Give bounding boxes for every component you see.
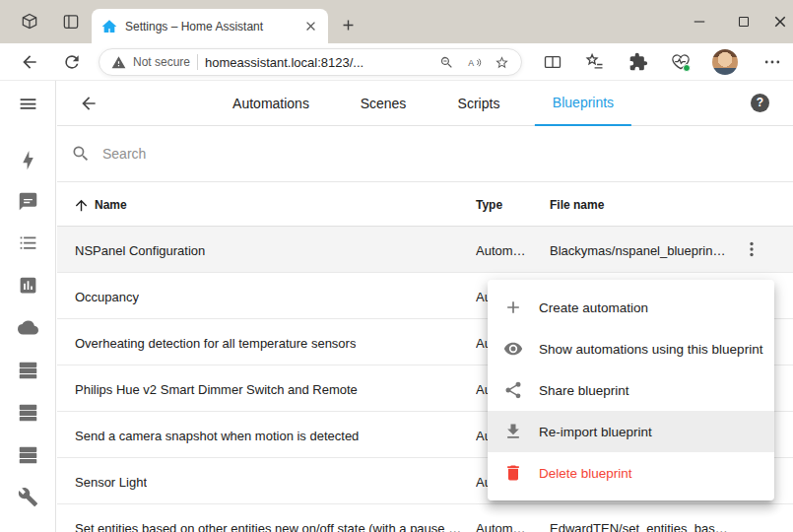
tab-blueprints[interactable]: Blueprints [535,81,631,126]
table-header: Name Type File name [57,181,793,227]
svg-text:A: A [468,57,474,67]
plus-icon [503,298,523,317]
tab-actions-icon[interactable] [61,12,81,32]
new-tab-icon[interactable] [340,17,357,33]
cloud-icon[interactable] [18,317,38,338]
menu-item-label: Show automations using this blueprint [539,342,762,357]
search-icon [71,144,91,164]
menu-item-label: Delete blueprint [539,466,632,481]
tab-close-icon[interactable] [303,19,318,33]
share-icon [503,380,523,400]
search-input[interactable] [102,146,496,162]
extensions-icon[interactable] [628,52,648,72]
row-name: Send a camera snapshot when motion is de… [75,429,359,443]
minimize-icon[interactable] [691,13,708,31]
row-name: Overheating detection for all temperatur… [75,336,356,351]
browser-tab[interactable]: Settings – Home Assistant [92,9,328,43]
menu-item-delete-blueprint[interactable]: Delete blueprint [488,452,774,494]
sort-arrow-icon[interactable] [73,197,90,214]
profile-avatar[interactable] [712,49,738,75]
warning-icon[interactable] [111,55,126,70]
star-icon[interactable] [495,55,509,70]
menu-item-reimport-blueprint[interactable]: Re-import blueprint [488,411,774,452]
split-screen-icon[interactable] [543,52,562,72]
ha-sidebar [0,81,56,532]
favorites-icon[interactable] [585,52,605,72]
menu-icon[interactable] [18,94,38,114]
blueprint-context-menu: Create automation Show automations using… [488,280,774,500]
read-aloud-icon[interactable]: A [467,55,482,70]
column-header-type[interactable]: Type [476,198,502,212]
row-overflow-menu-icon[interactable] [741,238,762,260]
trash-icon [503,463,523,483]
workspaces-icon[interactable] [20,12,39,32]
server-icon[interactable] [18,360,38,380]
essentials-status-dot [683,64,691,72]
ha-back-icon[interactable] [79,94,99,113]
row-name: Philips Hue v2 Smart Dimmer Switch and R… [75,382,358,397]
tab-title: Settings – Home Assistant [125,20,296,33]
menu-item-label: Share blueprint [539,383,629,398]
more-menu-icon[interactable] [762,52,782,72]
tools-icon[interactable] [18,487,38,507]
address-bar[interactable]: Not secure homeassistant.local:8123/... … [99,48,522,76]
menu-item-share-blueprint[interactable]: Share blueprint [488,369,774,411]
menu-item-show-automations[interactable]: Show automations using this blueprint [488,328,774,369]
maximize-icon[interactable] [735,13,753,31]
table-row[interactable]: Set entities based on other entities new… [57,504,793,532]
row-file: Blackymas/nspanel_blueprin… [550,243,737,258]
row-name: NSPanel Configuration [75,243,205,258]
eye-icon [503,339,523,359]
home-assistant-favicon [101,19,117,34]
tab-scenes[interactable]: Scenes [343,81,425,126]
row-type: Autom… [476,521,537,532]
back-icon[interactable] [20,52,39,72]
browser-toolbar: Not secure homeassistant.local:8123/... … [0,43,793,81]
download-icon [503,422,523,441]
refresh-icon[interactable] [62,52,82,72]
row-name: Set entities based on other entities new… [75,521,464,532]
tab-automations[interactable]: Automations [215,81,327,126]
browser-window: Settings – Home Assistant [0,0,793,532]
server-icon[interactable] [18,444,38,465]
table-row[interactable]: NSPanel Configuration Autom… Blackymas/n… [57,227,793,273]
row-type: Autom… [476,243,537,258]
menu-item-create-automation[interactable]: Create automation [488,287,774,328]
row-name: Sensor Light [75,475,147,490]
logbook-icon[interactable] [18,233,38,253]
browser-titlebar: Settings – Home Assistant [0,0,793,43]
server-icon[interactable] [18,402,38,423]
close-icon[interactable] [771,13,789,31]
help-icon[interactable]: ? [751,94,769,112]
zoom-out-icon[interactable] [439,55,454,70]
energy-icon[interactable] [18,150,38,170]
security-label: Not secure [133,55,190,69]
chat-icon[interactable] [18,191,38,212]
row-name: Occupancy [75,290,139,304]
row-file: EdwardTEN/set_entities_bas… [550,521,737,532]
column-header-name[interactable]: Name [95,198,127,212]
history-icon[interactable] [18,275,38,296]
menu-item-label: Create automation [539,300,648,315]
url-text: homeassistant.local:8123/... [205,55,363,70]
menu-item-label: Re-import blueprint [539,425,652,439]
search-bar [57,126,793,181]
url-divider [197,54,198,70]
column-header-file-name[interactable]: File name [550,198,604,212]
ha-header: Automations Scenes Scripts Blueprints ? [57,81,793,126]
tab-scripts[interactable]: Scripts [440,81,518,126]
